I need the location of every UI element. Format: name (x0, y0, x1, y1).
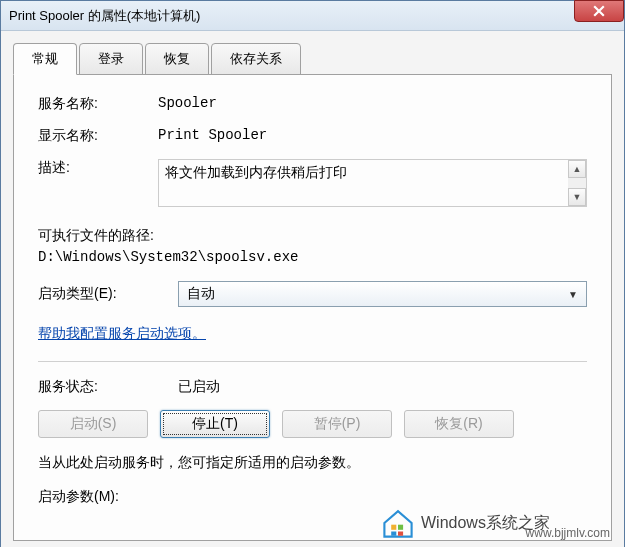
scroll-down-button[interactable]: ▼ (568, 188, 586, 206)
house-icon (381, 506, 415, 540)
tabstrip: 常规 登录 恢复 依存关系 (13, 43, 612, 75)
titlebar[interactable]: Print Spooler 的属性(本地计算机) (1, 1, 624, 31)
value-display-name: Print Spooler (158, 127, 267, 143)
label-service-status: 服务状态: (38, 378, 178, 396)
svg-rect-2 (391, 532, 396, 536)
description-box: 将文件加载到内存供稍后打印 ▲ ▼ (158, 159, 587, 207)
svg-rect-1 (398, 525, 403, 530)
row-startup-type: 启动类型(E): 自动 ▼ (38, 281, 587, 307)
row-executable-path: 可执行文件的路径: D:\Windows\System32\spoolsv.ex… (38, 227, 587, 265)
scroll-up-button[interactable]: ▲ (568, 160, 586, 178)
value-service-name: Spooler (158, 95, 217, 111)
tab-recovery[interactable]: 恢复 (145, 43, 209, 75)
label-description: 描述: (38, 159, 158, 177)
service-control-buttons: 启动(S) 停止(T) 暂停(P) 恢复(R) (38, 410, 587, 438)
row-description: 描述: 将文件加载到内存供稍后打印 ▲ ▼ (38, 159, 587, 207)
row-service-status: 服务状态: 已启动 (38, 378, 587, 396)
label-service-name: 服务名称: (38, 95, 158, 113)
row-display-name: 显示名称: Print Spooler (38, 127, 587, 145)
tab-general[interactable]: 常规 (13, 43, 77, 75)
pause-button: 暂停(P) (282, 410, 392, 438)
start-params-hint: 当从此处启动服务时，您可指定所适用的启动参数。 (38, 454, 587, 472)
row-service-name: 服务名称: Spooler (38, 95, 587, 113)
close-icon (593, 5, 605, 17)
resume-button: 恢复(R) (404, 410, 514, 438)
content-area: 常规 登录 恢复 依存关系 服务名称: Spooler 显示名称: Print … (1, 31, 624, 547)
window-title: Print Spooler 的属性(本地计算机) (9, 7, 200, 25)
value-service-status: 已启动 (178, 378, 220, 396)
startup-type-value: 自动 (187, 285, 215, 303)
stop-button[interactable]: 停止(T) (160, 410, 270, 438)
svg-rect-0 (391, 525, 396, 530)
label-startup-type: 启动类型(E): (38, 285, 178, 303)
tabpanel-general: 服务名称: Spooler 显示名称: Print Spooler 描述: 将文… (13, 74, 612, 541)
tab-dependencies[interactable]: 依存关系 (211, 43, 301, 75)
divider (38, 361, 587, 362)
label-start-params: 启动参数(M): (38, 488, 178, 506)
close-button[interactable] (574, 0, 624, 22)
value-description: 将文件加载到内存供稍后打印 (165, 164, 564, 202)
chevron-down-icon: ▼ (568, 289, 578, 300)
select-startup-type[interactable]: 自动 ▼ (178, 281, 587, 307)
tab-logon[interactable]: 登录 (79, 43, 143, 75)
svg-rect-3 (398, 532, 403, 536)
label-executable-path: 可执行文件的路径: (38, 227, 587, 245)
row-start-params: 启动参数(M): (38, 488, 587, 506)
label-display-name: 显示名称: (38, 127, 158, 145)
start-button: 启动(S) (38, 410, 148, 438)
watermark-url: www.bjjmlv.com (526, 526, 610, 540)
description-scrollbar[interactable]: ▲ ▼ (568, 160, 586, 206)
help-link[interactable]: 帮助我配置服务启动选项。 (38, 325, 206, 341)
properties-window: Print Spooler 的属性(本地计算机) 常规 登录 恢复 依存关系 服… (0, 0, 625, 547)
watermark-url-wrap: www.bjjmlv.com (526, 526, 610, 540)
value-executable-path: D:\Windows\System32\spoolsv.exe (38, 249, 587, 265)
scroll-track[interactable] (568, 178, 586, 188)
